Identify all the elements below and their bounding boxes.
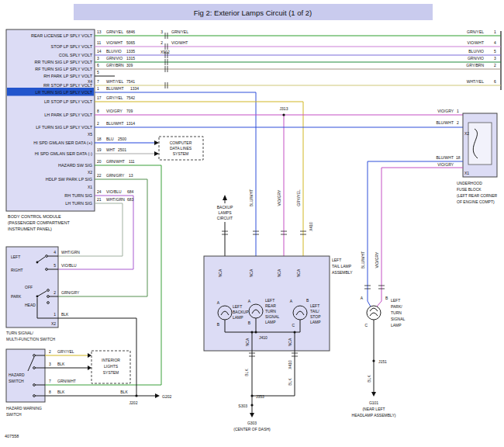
lamp-caption: TAIL/ (310, 309, 319, 314)
lamp-caption: TURN (391, 310, 402, 315)
position-label: RIGHT (11, 268, 23, 272)
connector-x2: X2 (464, 131, 469, 136)
wire-name: WHT (106, 147, 115, 152)
svg-text:INTERIOR: INTERIOR (102, 358, 120, 362)
lamp-caption: LAMP (265, 320, 276, 324)
ground-label-g202: G202 (162, 394, 171, 399)
pin: 18 (456, 155, 461, 160)
circuit-number: 684 (127, 189, 134, 194)
assembly-caption: ASSEMBLY (332, 270, 353, 275)
arrow-icon (154, 151, 159, 156)
junction-j313 (282, 113, 285, 116)
bcm-row-label: LF TURN SIG LP SPLY VOLT (36, 125, 92, 130)
circuit-number: 309 (126, 63, 133, 68)
wire-name-vertical: BLK (288, 378, 292, 386)
nca-label: NCA (245, 338, 250, 346)
ground-label-g101: G101 (369, 400, 378, 405)
wire-name: GRY/YEL (106, 95, 123, 100)
lamp-caption: PARK/ (391, 304, 402, 309)
middle-vertical-labels: BLU/WHT VIO/GRY GRY/YEL X410 (222, 189, 313, 234)
connector-x1: X1 (464, 171, 469, 175)
nca-label: NCA (288, 338, 292, 346)
circuit-number: 13 (129, 173, 133, 178)
pin: 22 (97, 173, 102, 178)
wire-name: VIO/GRY (437, 162, 454, 167)
circuit-number: 683 (127, 197, 134, 202)
circuit-number: 1334 (130, 86, 139, 91)
pin: 4 (54, 250, 56, 255)
pin: 24 (97, 189, 102, 194)
wire-name: VIO/WHT (468, 40, 484, 45)
wire-name: GRN/GRY (61, 290, 80, 295)
pin: 2 (49, 349, 51, 354)
nca-label: NCA (277, 269, 281, 277)
pivot (36, 262, 39, 264)
wire-name: GRN/VIO (468, 56, 484, 61)
wire-name: BLU/WHT (437, 155, 454, 160)
svg-text:CIRCUIT: CIRCUIT (217, 216, 233, 220)
bcm-row-label: HI SPD GMLAN SER DATA (+) (33, 140, 92, 145)
wire-name: WHT/GRN (106, 197, 125, 202)
splice-s303 (250, 404, 253, 406)
interior-lights-box: INTERIOR LIGHTS SYSTEM (91, 351, 130, 383)
fuse-element-box (468, 123, 492, 165)
pin: 2 (494, 63, 496, 68)
switch-caption: SWITCH (6, 412, 22, 417)
assembly-caption: TAIL LAMP (332, 264, 352, 269)
wire-name-vertical: VIO/GRY (375, 251, 379, 268)
fuse-block-caption: (LEFT REAR CORNER (457, 193, 498, 198)
pin: 20 (97, 159, 102, 164)
circuit-number: 1314 (126, 121, 135, 126)
circuit-number: 1335 (126, 49, 135, 54)
wire-name-vertical: BLU/WHT (361, 251, 365, 269)
arrow-icon (154, 140, 159, 145)
ground-location: (NEAR LEFT (362, 407, 385, 411)
wire-name: GRN/GRY (106, 173, 125, 178)
wire-name: BLK (120, 390, 128, 394)
position-label: LEFT (11, 255, 20, 259)
circuit-number: 2501 (118, 147, 126, 152)
connector-label-x410: X410 (309, 222, 313, 231)
switch-caption: MULTI-FUNCTION SWITCH (6, 337, 56, 341)
lamp-caption: LAMP (233, 315, 243, 320)
wire-name: BLK (57, 390, 65, 394)
wire-name: BLK (57, 362, 65, 366)
wiring-diagram-page: Fig 2: Exterior Lamps Circuit (1 of 2) R… (0, 0, 504, 447)
computer-data-lines-box: COMPUTER DATA LINES SYSTEM (154, 137, 203, 160)
pin: 6 (97, 63, 99, 68)
bcm-caption: BODY CONTROL MODULE (8, 214, 61, 219)
pin: 5 (54, 263, 56, 268)
wire-name: BLU/WHT (106, 121, 124, 126)
bcm-connector-x5: X5 (88, 132, 92, 137)
page-title: Fig 2: Exterior Lamps Circuit (1 of 2) (194, 9, 312, 17)
pin-letter: C (364, 323, 368, 327)
bcm-row-label: HDLP SW PARK LP SIG (46, 177, 92, 182)
wire-name: WHT/YEL (467, 79, 484, 84)
pin: 2 (97, 121, 99, 126)
wire-name: BLU (106, 137, 114, 141)
junction-label-j313: J313 (280, 106, 288, 111)
wire-name-vertical: GRY/YEL (296, 189, 301, 206)
wire-name: BLU/VIO (468, 49, 484, 54)
circuit-number: 709 (126, 109, 133, 113)
pin: 1 (494, 29, 496, 34)
pin: 21 (97, 197, 102, 202)
wire-name: WHT/YEL (106, 79, 123, 84)
wire-name: VIO/GRY (437, 109, 454, 113)
svg-text:13: 13 (97, 29, 102, 34)
wire-name: WHT/GRN (61, 250, 80, 255)
pin: 3 (97, 56, 99, 61)
underhood-fuse-block: VIO/GRY 1 BLU/WHT 2 X2 BLU/WHT 18 VIO/GR… (437, 109, 498, 204)
wire-name: BLK (61, 312, 69, 317)
lamp-caption: REAR (265, 303, 276, 308)
ground-arrow-icon (371, 392, 376, 397)
pin-letter: A (361, 296, 364, 300)
doc-number: 407558 (5, 434, 19, 438)
pin: 19 (97, 147, 102, 152)
splice-label-s303: S303 (238, 404, 247, 408)
junction-label-j151: J151 (378, 359, 387, 364)
fuse-block-caption: FUSE BLOCK (457, 187, 482, 192)
pivot (36, 296, 39, 298)
wire-name: GRN/YEL (171, 29, 188, 34)
junction-j353 (250, 394, 253, 397)
